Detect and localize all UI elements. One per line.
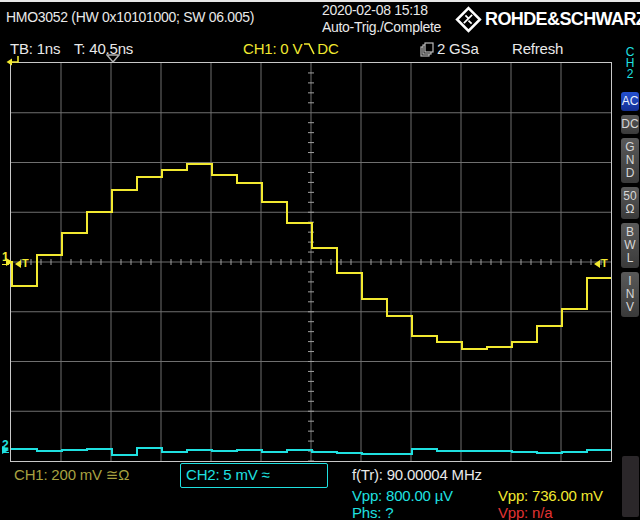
softkey-50ω[interactable]: 50Ω — [621, 187, 639, 219]
ch1-scale-readout[interactable]: CH1: 200 mV ≅Ω — [14, 466, 129, 483]
ch2-scale-box[interactable]: CH2: 5 mV ≈ — [180, 463, 328, 488]
rohde-schwarz-logo: ROHDE&SCHWARZ — [455, 6, 640, 33]
trigger-coupling-text: DC — [317, 40, 338, 57]
rs-diamond-icon — [455, 6, 482, 33]
trigger-level-marker-left[interactable]: T — [15, 258, 29, 269]
left-triangle-icon — [594, 260, 600, 268]
sidebar-footer-panel — [622, 456, 639, 517]
trigger-level-marker-right[interactable]: T — [594, 258, 608, 269]
softkey-gnd[interactable]: GND — [621, 138, 639, 183]
sample-rate-readout: 2 GSa — [437, 40, 479, 57]
header-separator — [0, 0, 640, 2]
left-triangle-icon — [15, 260, 21, 268]
acquisition-status: Auto-Trig./Complete — [322, 19, 441, 35]
ch2-scale-readout: CH2: 5 mV ≈ — [186, 466, 270, 483]
vpp-ch1-readout: Vpp: 736.00 mV — [498, 487, 603, 504]
softkey-ac[interactable]: AC — [621, 92, 639, 111]
oscilloscope-screen: HMO3052 (HW 0x10101000; SW 06.005) 2020-… — [0, 0, 640, 520]
trigger-settings-readout: CH1: 0 V DC — [243, 40, 339, 57]
scope-canvas — [11, 63, 611, 461]
ch2-menu-title: CH2 — [621, 47, 639, 80]
falling-edge-icon — [303, 41, 316, 56]
softkey-bwl[interactable]: BWL — [621, 223, 639, 268]
trigger-source-text: CH1: 0 V — [243, 40, 302, 57]
trigger-time-readout: T: 40.5ns — [74, 40, 133, 57]
phase-readout: Phs: ? — [352, 504, 393, 520]
softkey-dc[interactable]: DC — [621, 115, 639, 134]
softkey-inv[interactable]: INV — [621, 272, 639, 317]
acquisition-mode-readout: Refresh — [512, 40, 563, 57]
datetime: 2020-02-08 15:18 — [322, 2, 428, 18]
ch2-offset-arrow-icon[interactable] — [2, 446, 9, 454]
ch2-menu-buttons: ACDCGND50ΩBWLINV — [621, 92, 639, 317]
pretrigger-arrow-icon — [6, 55, 19, 66]
vpp-ch2-readout: Vpp: 800.00 µV — [352, 487, 453, 504]
brand-text: ROHDE&SCHWARZ — [485, 9, 640, 30]
frequency-readout: f(Tr): 90.00004 MHz — [352, 466, 482, 483]
trigger-position-marker[interactable] — [106, 54, 120, 63]
acquisition-pages-icon — [420, 42, 434, 58]
vpp-na-readout: Vpp: n/a — [498, 504, 552, 520]
graticule — [10, 62, 612, 462]
device-title: HMO3052 (HW 0x10101000; SW 06.005) — [6, 9, 254, 25]
ch1-offset-arrow-icon[interactable] — [6, 258, 13, 266]
